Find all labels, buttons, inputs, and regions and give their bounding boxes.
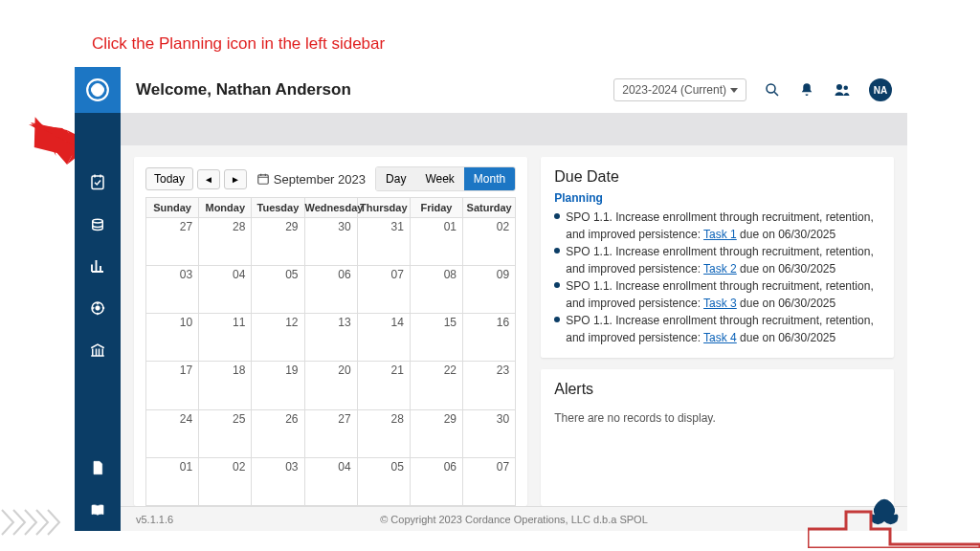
calendar-cell[interactable]: 28: [357, 409, 410, 457]
calendar-cell[interactable]: 29: [252, 218, 304, 266]
calendar-day-header: Tuesday: [252, 198, 304, 218]
calendar-cell[interactable]: 03: [252, 457, 304, 505]
instruction-text: Click the Planning icon in the left side…: [92, 34, 385, 54]
svg-point-12: [844, 86, 849, 91]
month-text: September 2023: [274, 172, 366, 187]
calendar-cell[interactable]: 20: [304, 362, 357, 409]
task-link[interactable]: Task 3: [703, 297, 737, 310]
document-icon[interactable]: [75, 447, 121, 489]
due-date-text: SPO 1.1. Increase enrollment through rec…: [566, 243, 880, 277]
topbar: Welcome, Nathan Anderson 2023-2024 (Curr…: [121, 67, 907, 113]
svg-rect-6: [92, 176, 103, 189]
users-icon[interactable]: [833, 81, 852, 99]
calendar-cell[interactable]: 29: [410, 409, 462, 457]
calendar-cell[interactable]: 19: [252, 362, 304, 409]
calendar-cell[interactable]: 02: [199, 457, 252, 505]
calendar-cell[interactable]: 31: [357, 218, 410, 266]
calendar-cell[interactable]: 06: [304, 266, 357, 314]
calendar-cell[interactable]: 07: [463, 457, 516, 505]
calendar-cell[interactable]: 11: [199, 314, 252, 362]
due-date-text: SPO 1.1. Increase enrollment through rec…: [566, 277, 880, 312]
right-column: Due Date Planning SPO 1.1. Increase enro…: [541, 157, 894, 506]
calendar-cell[interactable]: 14: [357, 314, 410, 362]
app-window: Welcome, Nathan Anderson 2023-2024 (Curr…: [75, 67, 907, 531]
calendar-cell[interactable]: 04: [304, 457, 357, 505]
footer: v5.1.1.6 © Copyright 2023 Cordance Opera…: [121, 506, 907, 531]
calendar-cell[interactable]: 15: [410, 314, 462, 362]
calendar-cell[interactable]: 01: [146, 457, 199, 505]
calendar-cell[interactable]: 13: [304, 314, 357, 362]
calendar-cell[interactable]: 30: [304, 218, 357, 266]
prev-month-button[interactable]: ◄: [197, 169, 220, 189]
welcome-text: Welcome, Nathan Anderson: [136, 80, 351, 99]
calendar-cell[interactable]: 06: [410, 457, 462, 505]
content-area: Today ◄ ► September 2023 Day Week Month …: [121, 145, 907, 506]
bullet-icon: [554, 213, 560, 219]
calendar-cell[interactable]: 12: [252, 314, 304, 362]
due-date-section-label: Planning: [554, 191, 880, 205]
calendar-cell[interactable]: 05: [252, 266, 304, 314]
bell-icon[interactable]: [798, 81, 815, 99]
year-dropdown[interactable]: 2023-2024 (Current): [613, 78, 746, 101]
month-label: September 2023: [256, 172, 366, 187]
next-month-button[interactable]: ►: [224, 169, 247, 189]
due-date-item: SPO 1.1. Increase enrollment through rec…: [554, 277, 880, 312]
task-link[interactable]: Task 2: [703, 262, 737, 276]
calendar-cell[interactable]: 17: [146, 362, 199, 409]
task-link[interactable]: Task 1: [703, 228, 737, 241]
accreditation-icon[interactable]: [75, 287, 121, 329]
reports-icon[interactable]: [75, 245, 121, 287]
task-link[interactable]: Task 4: [703, 331, 737, 344]
search-icon[interactable]: [764, 81, 781, 99]
calendar-cell[interactable]: 21: [357, 362, 410, 409]
institution-icon[interactable]: [75, 329, 121, 371]
calendar-cell[interactable]: 16: [463, 314, 516, 362]
header-band: [121, 113, 907, 145]
decorative-corner: [808, 500, 980, 551]
main-area: Welcome, Nathan Anderson 2023-2024 (Curr…: [121, 67, 907, 531]
calendar-day-header: Saturday: [463, 198, 516, 218]
calendar-cell[interactable]: 26: [252, 409, 304, 457]
chevron-down-icon: [730, 88, 738, 93]
calendar-cell[interactable]: 24: [146, 409, 199, 457]
calendar-cell[interactable]: 02: [463, 218, 516, 266]
view-week-button[interactable]: Week: [415, 167, 463, 190]
today-button[interactable]: Today: [145, 167, 193, 190]
calendar-cell[interactable]: 23: [463, 362, 516, 409]
sidebar-logo-icon[interactable]: [75, 67, 121, 113]
bullet-icon: [554, 317, 560, 322]
svg-point-11: [836, 84, 842, 90]
calendar-cell[interactable]: 05: [357, 457, 410, 505]
year-dropdown-label: 2023-2024 (Current): [622, 83, 726, 97]
calendar-cell[interactable]: 09: [463, 266, 516, 314]
alerts-empty-text: There are no records to display.: [554, 411, 880, 425]
svg-point-10: [767, 84, 775, 93]
calendar-day-header: Sunday: [146, 198, 199, 218]
book-icon[interactable]: [75, 489, 121, 531]
view-month-button[interactable]: Month: [464, 167, 515, 190]
user-avatar[interactable]: NA: [869, 78, 892, 101]
view-day-button[interactable]: Day: [376, 167, 415, 190]
view-toggle: Day Week Month: [375, 166, 516, 191]
calendar-cell[interactable]: 25: [199, 409, 252, 457]
calendar-cell[interactable]: 28: [199, 218, 252, 266]
calendar-cell[interactable]: 01: [410, 218, 462, 266]
alerts-title: Alerts: [554, 381, 880, 398]
planning-icon[interactable]: [75, 161, 121, 203]
calendar-cell[interactable]: 04: [199, 266, 252, 314]
due-date-panel: Due Date Planning SPO 1.1. Increase enro…: [541, 157, 894, 358]
calendar-cell[interactable]: 07: [357, 266, 410, 314]
calendar-cell[interactable]: 08: [410, 266, 462, 314]
calendar-toolbar: Today ◄ ► September 2023 Day Week Month: [145, 166, 516, 191]
calendar-cell[interactable]: 22: [410, 362, 462, 409]
calendar-cell[interactable]: 03: [146, 266, 199, 314]
copyright-text: © Copyright 2023 Cordance Operations, LL…: [380, 514, 648, 525]
decorative-chevrons: [0, 508, 77, 540]
assessment-icon[interactable]: [75, 203, 121, 245]
calendar-cell[interactable]: 10: [146, 314, 199, 362]
calendar-cell[interactable]: 27: [304, 409, 357, 457]
calendar-cell[interactable]: 18: [199, 362, 252, 409]
calendar-cell[interactable]: 27: [146, 218, 199, 266]
calendar-cell[interactable]: 30: [463, 409, 516, 457]
alerts-panel: Alerts There are no records to display.: [541, 369, 894, 506]
